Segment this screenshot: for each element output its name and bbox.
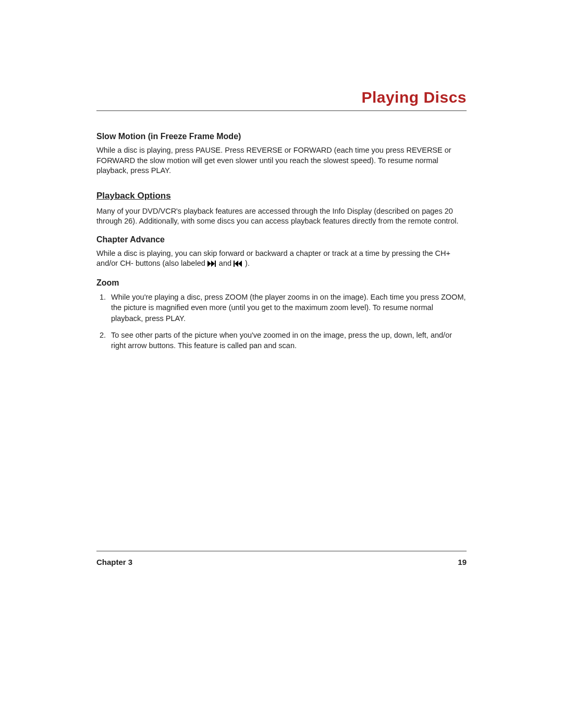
svg-marker-4 <box>235 261 238 267</box>
paragraph-slow-motion: While a disc is playing, press PAUSE. Pr… <box>96 145 467 176</box>
zoom-list-item-1: While you're playing a disc, press ZOOM … <box>108 292 467 324</box>
svg-marker-0 <box>207 261 211 267</box>
paragraph-chapter-advance: While a disc is playing, you can skip fo… <box>96 249 467 270</box>
manual-page: Playing Discs Slow Motion (in Freeze Fra… <box>0 0 563 728</box>
page-footer: Chapter 3 19 <box>96 551 467 566</box>
prev-track-icon <box>234 260 243 270</box>
chapter-advance-text-mid: and <box>219 259 234 267</box>
heading-chapter-advance: Chapter Advance <box>96 235 467 244</box>
paragraph-playback-options: Many of your DVD/VCR's playback features… <box>96 206 467 227</box>
next-track-icon <box>207 260 217 270</box>
footer-page-number: 19 <box>458 558 467 566</box>
zoom-list: While you're playing a disc, press ZOOM … <box>96 292 467 351</box>
svg-marker-1 <box>211 261 215 267</box>
heading-playback-options: Playback Options <box>96 191 467 201</box>
svg-rect-2 <box>215 261 216 267</box>
footer-chapter-label: Chapter 3 <box>96 558 132 566</box>
zoom-list-item-2: To see other parts of the picture when y… <box>108 330 467 351</box>
chapter-advance-text-post: ). <box>245 259 250 267</box>
page-title: Playing Discs <box>96 89 467 111</box>
svg-marker-5 <box>238 261 242 267</box>
heading-slow-motion: Slow Motion (in Freeze Frame Mode) <box>96 132 467 141</box>
heading-zoom: Zoom <box>96 278 467 288</box>
content-area: Playing Discs Slow Motion (in Freeze Fra… <box>96 89 467 357</box>
svg-rect-3 <box>234 261 235 267</box>
chapter-advance-text-pre: While a disc is playing, you can skip fo… <box>96 249 450 268</box>
